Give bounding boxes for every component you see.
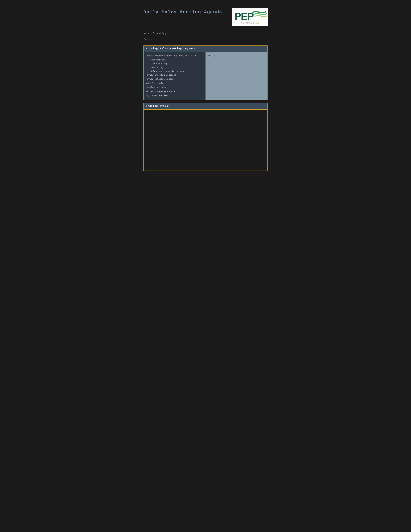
agenda-item-email: » E-mail log <box>146 66 203 69</box>
agenda-item-telephone: » Telephone log <box>146 62 203 66</box>
agenda-item-salesperson: » Salesperson's activity sheet <box>146 69 203 73</box>
present-label: Present: <box>143 38 268 41</box>
bullet-icon: » <box>149 58 149 61</box>
meta-section: Date of Meeting: Present: <box>143 32 268 41</box>
agenda-item-email-text: E-mail log <box>150 66 163 69</box>
notes-column: Notes: <box>206 52 268 100</box>
morning-section-header: Morning Sales Meeting: Agenda <box>144 46 267 52</box>
agenda-item-vehicle-display: Vehicle display <box>146 81 203 85</box>
ongoing-section: Ongoing Items: <box>143 103 268 171</box>
agenda-item-manufacturer: Manufacturer news <box>146 86 203 89</box>
svg-text:PEP: PEP <box>234 11 254 22</box>
ongoing-section-header: Ongoing Items: <box>144 103 267 110</box>
header: Daily Sales Meeting Agenda PEP AUTOMOTIV… <box>143 8 268 26</box>
bottom-gold-line <box>143 173 268 173</box>
bullet-icon: » <box>149 66 149 69</box>
date-label: Date of Meeting: <box>143 32 268 35</box>
agenda-item-salesperson-text: Salesperson's activity sheet <box>150 69 186 73</box>
agenda-item-wanted: Review vehicles wanted <box>146 77 203 81</box>
agenda-item-review-previous: Review previous day's business activity: <box>146 54 203 58</box>
ongoing-body <box>144 110 267 171</box>
agenda-item-telephone-text: Telephone log <box>150 62 167 66</box>
title-area: Daily Sales Meeting Agenda <box>143 8 222 15</box>
notes-label: Notes: <box>208 54 216 57</box>
agenda-item-incoming: Review incoming vehicles <box>146 73 203 77</box>
agenda-item-other: Any other business <box>146 94 203 97</box>
agenda-item-market: Market knowledge update <box>146 90 203 93</box>
page-title: Daily Sales Meeting Agenda <box>143 10 222 15</box>
bullet-icon: » <box>149 69 149 73</box>
bullet-icon: » <box>149 62 149 65</box>
agenda-item-showroom-text: Showroom log <box>150 58 166 62</box>
logo: PEP AUTOMOTIVE <box>232 8 268 26</box>
svg-text:AUTOMOTIVE: AUTOMOTIVE <box>241 22 259 24</box>
morning-meeting-section: Morning Sales Meeting: Agenda Review pre… <box>143 46 268 100</box>
agenda-column: Review previous day's business activity:… <box>144 52 206 100</box>
meeting-body: Review previous day's business activity:… <box>144 52 267 100</box>
page: Daily Sales Meeting Agenda PEP AUTOMOTIV… <box>143 5 268 176</box>
agenda-item-showroom: » Showroom log <box>146 58 203 62</box>
